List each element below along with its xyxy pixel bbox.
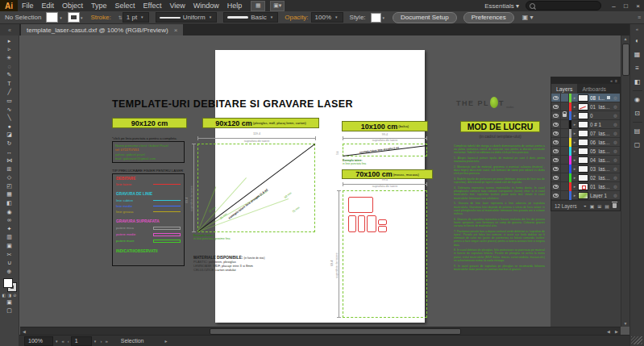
eraser-tool[interactable]: ◪ [2, 131, 17, 140]
color-mode-icon[interactable]: ◧ [2, 293, 6, 298]
visibility-toggle[interactable] [551, 120, 561, 128]
visibility-toggle[interactable] [551, 111, 561, 119]
blend-tool[interactable]: ∞ [2, 215, 17, 224]
gradient-icon[interactable]: ◧ [630, 75, 644, 89]
layer-name[interactable]: 01_laser_taiere [590, 184, 611, 190]
opacity-label[interactable]: Opacity: [285, 14, 308, 21]
artboards-icon[interactable]: ▢ [630, 138, 644, 152]
eyedropper-tool[interactable]: ◉ [2, 207, 17, 216]
layer-expand-icon[interactable]: ▸ [571, 175, 578, 180]
lock-toggle[interactable] [561, 120, 569, 128]
layer-row[interactable]: ▸Layer 1◎ [551, 191, 620, 200]
collapse-panel-icon[interactable]: « [610, 78, 613, 83]
layer-row[interactable]: ▸06_laser_gra...◎ [551, 138, 620, 147]
vertical-scroll-thumb[interactable] [622, 44, 629, 76]
selection-tool[interactable]: ▸ [2, 36, 17, 45]
layer-row[interactable]: ▸08_indicatii te...◎ [551, 94, 620, 102]
control-bar-collapse-icon[interactable]: ≡ [638, 15, 641, 20]
visibility-toggle[interactable] [551, 156, 561, 164]
arrange-documents-icon[interactable]: ▣▾ [270, 1, 285, 11]
layer-name[interactable]: 02_laser_gra... [590, 175, 611, 181]
first-artboard-icon[interactable]: « [62, 339, 64, 344]
layer-expand-icon[interactable]: ▸ [571, 166, 578, 171]
layer-target-icon[interactable]: ◎ [611, 184, 620, 189]
artboard-number-field[interactable]: 1 [71, 336, 92, 346]
hand-tool[interactable]: ∪ [2, 258, 17, 267]
layer-target-icon[interactable]: ◎ [611, 157, 620, 162]
scroll-left-icon-2[interactable]: ◀ [605, 329, 613, 334]
layer-name[interactable]: 06_laser_gra... [590, 140, 611, 145]
layer-name[interactable]: 01_laser_taier... [590, 104, 611, 110]
layer-row[interactable]: ▸01_laser_taiere◎ [551, 182, 620, 191]
layer-name[interactable]: Layer 1 [590, 193, 611, 198]
layer-target-icon[interactable]: ◎ [611, 148, 620, 153]
visibility-toggle[interactable] [551, 138, 561, 146]
lock-toggle[interactable] [561, 102, 569, 110]
tab-artboards[interactable]: Artboards [577, 84, 610, 94]
tools-panel-header[interactable]: « [0, 24, 19, 35]
layer-target-icon[interactable]: ◎ [611, 166, 620, 171]
layer-target-icon[interactable]: ◎ [611, 193, 620, 198]
free-transform-tool[interactable]: ⊞ [2, 165, 17, 173]
layer-name[interactable]: 04_laser_gra... [590, 157, 611, 163]
last-artboard-icon[interactable]: » [105, 339, 107, 344]
layer-target-icon[interactable]: ◎ [611, 104, 620, 109]
library-icon[interactable]: ▣ ▾ [522, 14, 534, 21]
rotate-tool[interactable]: ↻ [2, 139, 17, 148]
width-profile-dropdown[interactable]: Uniform▾ [156, 12, 218, 23]
layer-target-icon[interactable]: ◎ [611, 95, 620, 100]
fill-stroke-control[interactable] [2, 277, 17, 292]
preferences-button[interactable]: Preferences [463, 12, 514, 23]
visibility-toggle[interactable] [551, 165, 561, 173]
visibility-toggle[interactable] [551, 94, 561, 102]
fill-swatch[interactable] [46, 12, 58, 23]
scroll-down-icon[interactable]: ▼ [621, 321, 629, 326]
menu-edit[interactable]: Edit [38, 0, 59, 11]
perspective-grid-tool[interactable]: ◰ [2, 181, 17, 190]
style-swatch[interactable] [371, 13, 381, 23]
locate-object-icon[interactable]: ◒ [584, 203, 587, 208]
pen-tool[interactable]: ✎ [2, 70, 17, 79]
menu-file[interactable]: File [18, 0, 38, 11]
layer-expand-icon[interactable]: ▸ [571, 148, 578, 153]
screen-mode-icon[interactable]: ▢ [6, 307, 12, 314]
layer-expand-icon[interactable]: ▸ [571, 95, 578, 100]
artboard-tool[interactable]: ▣ [2, 241, 17, 250]
lock-toggle[interactable] [561, 111, 569, 119]
layer-row[interactable]: ▸02_laser_gra...◎ [551, 173, 620, 182]
zoom-tool[interactable]: ⊕ [2, 267, 17, 276]
rectangle-tool[interactable]: ▭ [2, 96, 17, 105]
layer-name[interactable]: 03_laser_gra... [590, 166, 611, 172]
magic-wand-tool[interactable]: ✳ [2, 53, 17, 62]
status-indicator[interactable]: Selection [121, 338, 144, 344]
lock-toggle[interactable] [561, 156, 569, 164]
layer-expand-icon[interactable]: ▸ [571, 113, 578, 118]
lock-toggle[interactable] [561, 165, 569, 173]
menu-select[interactable]: Select [111, 0, 139, 11]
lock-toggle[interactable] [561, 147, 569, 155]
resize-grip[interactable] [631, 336, 642, 344]
layer-expand-icon[interactable]: ▸ [571, 193, 578, 198]
status-flyout-icon[interactable]: ▸ [165, 338, 168, 344]
slice-tool[interactable]: ✂ [2, 250, 17, 259]
opacity-field[interactable]: 100%▾ [311, 12, 343, 23]
visibility-toggle[interactable] [551, 191, 561, 199]
swatches-icon[interactable]: ▦ [630, 48, 644, 61]
lock-toggle[interactable] [561, 129, 569, 137]
visibility-toggle[interactable] [551, 182, 561, 190]
layer-row[interactable]: ▸07_laser_gra...◎ [551, 129, 620, 138]
horizontal-scrollbar[interactable]: ◀ ◀ ▶ [20, 327, 621, 335]
menu-help[interactable]: Help [223, 0, 247, 11]
stroke-weight-field[interactable]: 1 pt▾ [123, 12, 149, 23]
type-tool[interactable]: T [2, 79, 17, 88]
visibility-toggle[interactable] [551, 102, 561, 110]
layer-row[interactable]: ▸01_laser_taier...◎ [551, 102, 620, 111]
horizontal-scroll-thumb[interactable] [210, 328, 461, 335]
lock-toggle[interactable] [561, 182, 569, 190]
layer-target-icon[interactable]: ◎ [611, 131, 620, 135]
vertical-scrollbar[interactable]: ▲ ▼ [621, 35, 629, 327]
lock-toggle[interactable] [561, 191, 569, 199]
lasso-tool[interactable]: ◌ [2, 62, 17, 71]
layer-expand-icon[interactable]: ▸ [571, 131, 578, 135]
symbol-sprayer-tool[interactable]: ✦ [2, 224, 17, 233]
